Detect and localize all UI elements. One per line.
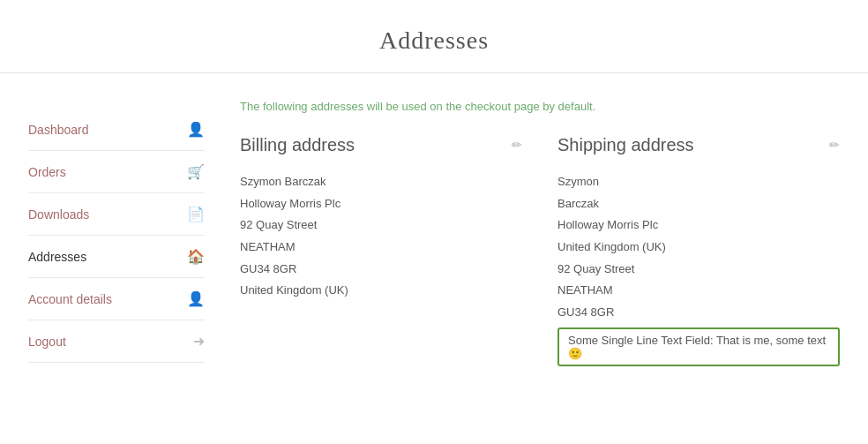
sidebar-item-icon: 👤 bbox=[187, 290, 205, 307]
billing-address-lines: Szymon BarczakHolloway Morris Plc92 Quay… bbox=[240, 171, 522, 302]
content-area: The following addresses will be used on … bbox=[240, 100, 840, 366]
sidebar-item-logout[interactable]: Logout➜ bbox=[28, 320, 205, 363]
billing-title: Billing address bbox=[240, 135, 355, 155]
shipping-header: Shipping address ✏ bbox=[557, 135, 840, 155]
billing-header: Billing address ✏ bbox=[240, 135, 522, 155]
main-content: Dashboard👤Orders🛒Downloads📄Addresses🏠Acc… bbox=[11, 73, 857, 393]
shipping-address-line: 92 Quay Street bbox=[557, 259, 840, 281]
sidebar-item-dashboard[interactable]: Dashboard👤 bbox=[28, 109, 205, 151]
sidebar: Dashboard👤Orders🛒Downloads📄Addresses🏠Acc… bbox=[28, 109, 205, 366]
billing-address-line: NEATHAM bbox=[240, 237, 522, 259]
billing-address-line: Holloway Morris Plc bbox=[240, 193, 522, 215]
shipping-address-line: Barczak bbox=[557, 193, 840, 215]
page-header: Addresses bbox=[0, 0, 868, 73]
sidebar-item-downloads[interactable]: Downloads📄 bbox=[28, 193, 205, 236]
sidebar-item-icon: 📄 bbox=[187, 206, 205, 222]
shipping-address-line: NEATHAM bbox=[557, 280, 840, 302]
sidebar-item-icon: 🛒 bbox=[187, 163, 205, 180]
billing-address-line: GU34 8GR bbox=[240, 259, 522, 281]
shipping-address-line: GU34 8GR bbox=[557, 302, 840, 324]
sidebar-item-icon: 🏠 bbox=[187, 248, 205, 265]
sidebar-item-addresses[interactable]: Addresses🏠 bbox=[28, 236, 205, 278]
shipping-address-line: Szymon bbox=[557, 171, 840, 193]
page-title: Addresses bbox=[0, 26, 868, 55]
shipping-title: Shipping address bbox=[557, 135, 694, 155]
sidebar-item-label: Dashboard bbox=[28, 123, 89, 137]
sidebar-item-label: Orders bbox=[28, 165, 66, 179]
shipping-edit-icon[interactable]: ✏ bbox=[829, 138, 840, 153]
shipping-address-line: United Kingdom (UK) bbox=[557, 237, 840, 259]
billing-address-column: Billing address ✏ Szymon BarczakHolloway… bbox=[240, 135, 522, 366]
sidebar-item-label: Account details bbox=[28, 292, 112, 306]
billing-address-line: Szymon Barczak bbox=[240, 171, 522, 193]
shipping-address-line: Holloway Morris Plc bbox=[557, 214, 840, 237]
custom-field-box: Some Single Line Text Field: That is me,… bbox=[557, 327, 840, 366]
sidebar-item-icon: ➜ bbox=[193, 333, 205, 350]
sidebar-item-account-details[interactable]: Account details👤 bbox=[28, 278, 205, 320]
billing-edit-icon[interactable]: ✏ bbox=[512, 138, 522, 153]
billing-address-line: 92 Quay Street bbox=[240, 214, 522, 237]
addresses-grid: Billing address ✏ Szymon BarczakHolloway… bbox=[240, 135, 840, 366]
shipping-address-lines: SzymonBarczakHolloway Morris PlcUnited K… bbox=[557, 171, 840, 324]
sidebar-item-label: Logout bbox=[28, 335, 66, 349]
shipping-address-column: Shipping address ✏ SzymonBarczakHolloway… bbox=[557, 135, 840, 366]
info-text: The following addresses will be used on … bbox=[240, 100, 840, 113]
sidebar-item-icon: 👤 bbox=[187, 121, 205, 138]
sidebar-item-label: Addresses bbox=[28, 250, 86, 264]
sidebar-item-label: Downloads bbox=[28, 207, 89, 222]
billing-address-line: United Kingdom (UK) bbox=[240, 280, 522, 302]
sidebar-item-orders[interactable]: Orders🛒 bbox=[28, 151, 205, 193]
